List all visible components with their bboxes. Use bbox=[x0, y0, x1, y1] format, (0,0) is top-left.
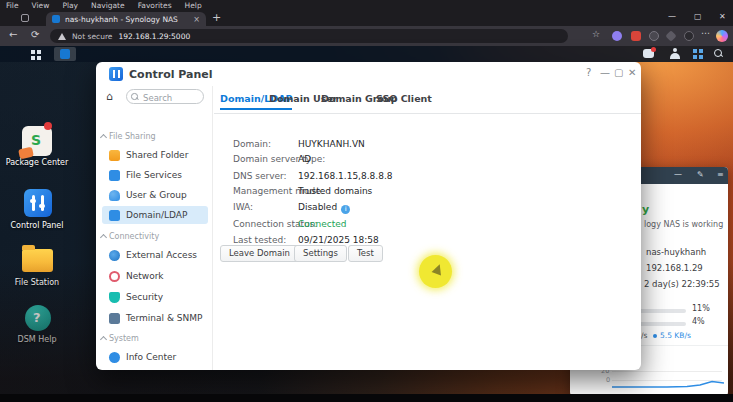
extension-icon[interactable] bbox=[684, 31, 694, 41]
server-type-value: AD bbox=[298, 154, 311, 164]
copilot-icon[interactable] bbox=[716, 30, 728, 42]
domain-ldap-icon bbox=[109, 210, 120, 221]
section-connectivity[interactable]: Connectivity bbox=[109, 232, 159, 241]
cursor-icon bbox=[432, 263, 445, 276]
system-health-hostname: nas-huykhanh bbox=[646, 247, 706, 257]
test-button[interactable]: Test bbox=[348, 245, 383, 262]
main-menu-grid-icon[interactable] bbox=[31, 50, 35, 54]
field-label: DNS server: bbox=[233, 171, 287, 181]
system-health-uptime: 2 day(s) 22:39:55 bbox=[644, 279, 720, 289]
widgets-icon[interactable] bbox=[693, 49, 697, 53]
extension-icon[interactable] bbox=[631, 31, 641, 41]
control-panel-content: Domain/LDAP Domain User Domain Group SSO… bbox=[214, 86, 641, 370]
notifications-icon[interactable] bbox=[643, 49, 654, 58]
tab-close-icon[interactable]: × bbox=[193, 15, 200, 24]
domain-value: HUYKHANH.VN bbox=[298, 139, 365, 149]
maximize-button[interactable]: ▢ bbox=[614, 67, 623, 78]
widget-minimize-icon[interactable]: — bbox=[674, 170, 682, 180]
extension-icon[interactable] bbox=[612, 31, 622, 41]
network-legend-fragment: /s bbox=[641, 331, 647, 340]
refresh-icon[interactable]: ⟳ bbox=[31, 29, 39, 40]
ram-usage-value: 4% bbox=[692, 317, 705, 326]
menu-file[interactable]: File bbox=[6, 0, 19, 11]
info-icon[interactable]: i bbox=[341, 205, 350, 214]
network-icon bbox=[109, 271, 120, 282]
menu-favorites[interactable]: Favorites bbox=[138, 0, 172, 11]
sidebar-item-external-access[interactable]: External Access bbox=[102, 246, 208, 264]
back-icon[interactable]: ← bbox=[9, 29, 17, 40]
browser-menu-icon[interactable]: ⋯ bbox=[701, 28, 710, 38]
close-button[interactable]: ✕ bbox=[628, 67, 636, 78]
control-panel-desktop-icon[interactable] bbox=[24, 189, 52, 217]
sidebar-item-file-services[interactable]: File Services bbox=[102, 166, 208, 184]
search-icon[interactable] bbox=[714, 49, 722, 57]
notification-badge bbox=[651, 47, 656, 52]
package-center-icon[interactable]: S bbox=[22, 126, 52, 156]
control-panel-app-icon bbox=[109, 67, 123, 81]
network-speed-value: 5.5 KB/s bbox=[660, 331, 691, 340]
sidebar-item-security[interactable]: Security bbox=[102, 288, 208, 306]
window-titlebar[interactable]: Control Panel ? — ▢ ✕ bbox=[96, 62, 641, 86]
sidebar-item-user-group[interactable]: User & Group bbox=[102, 186, 208, 204]
window-title: Control Panel bbox=[129, 68, 213, 81]
menu-help[interactable]: Help bbox=[185, 0, 202, 11]
bottom-black-bar bbox=[0, 394, 733, 402]
menu-view[interactable]: View bbox=[32, 0, 50, 11]
desktop-icon-label[interactable]: Package Center bbox=[2, 158, 72, 168]
window-minimize-button[interactable]: — bbox=[668, 12, 676, 21]
menu-navigate[interactable]: Navigate bbox=[91, 0, 125, 11]
extension-icon[interactable] bbox=[649, 31, 659, 41]
chart-axis-min: 0 bbox=[606, 376, 610, 384]
file-station-icon[interactable] bbox=[22, 249, 53, 272]
iwa-value: Disabledi bbox=[298, 202, 350, 214]
search-input[interactable]: Search bbox=[126, 89, 204, 104]
url-text[interactable]: 192.168.1.29:5000 bbox=[118, 32, 190, 41]
tab-title: nas-huykhanh - Synology NAS bbox=[65, 15, 188, 24]
sidebar-item-network[interactable]: Network bbox=[102, 267, 208, 285]
new-tab-button[interactable]: + bbox=[212, 11, 221, 24]
section-system[interactable]: System bbox=[109, 334, 139, 343]
widget-edit-icon[interactable]: ✎ bbox=[697, 170, 704, 180]
search-magnifier-icon bbox=[131, 93, 137, 99]
tab-list-icon[interactable] bbox=[21, 14, 29, 22]
user-account-icon[interactable] bbox=[670, 48, 680, 59]
sidebar-item-terminal-snmp[interactable]: Terminal & SNMP bbox=[102, 309, 208, 327]
section-file-sharing[interactable]: File Sharing bbox=[109, 132, 156, 141]
window-close-button[interactable]: ✕ bbox=[719, 12, 726, 21]
menu-play[interactable]: Play bbox=[62, 0, 78, 11]
terminal-icon bbox=[109, 313, 120, 324]
sidebar-item-login-portal[interactable]: Login Portal bbox=[102, 368, 208, 370]
not-secure-label[interactable]: Not secure bbox=[72, 32, 112, 41]
home-icon[interactable]: ⌂ bbox=[106, 90, 113, 103]
dsm-help-icon[interactable]: ? bbox=[25, 305, 51, 331]
window-maximize-button[interactable]: ▢ bbox=[694, 12, 702, 21]
management-mode-value: Trusted domains bbox=[298, 186, 372, 196]
sidebar-item-info-center[interactable]: Info Center bbox=[102, 348, 208, 366]
desktop-icon-label[interactable]: DSM Help bbox=[2, 335, 72, 345]
browser-tab[interactable]: nas-huykhanh - Synology NAS × bbox=[46, 12, 206, 26]
settings-button[interactable]: Settings bbox=[294, 245, 347, 262]
favorites-star-icon[interactable]: ☆ bbox=[592, 29, 600, 39]
sidebar-item-domain-ldap[interactable]: Domain/LDAP bbox=[102, 206, 208, 224]
external-access-icon bbox=[109, 250, 120, 261]
tab-sso-client[interactable]: SSO Client bbox=[376, 93, 432, 104]
widget-menu-icon[interactable]: ≡ bbox=[717, 170, 724, 180]
desktop-icon-label[interactable]: File Station bbox=[2, 278, 72, 288]
field-label: IWA: bbox=[233, 202, 253, 212]
dsm-taskbar bbox=[0, 46, 733, 62]
security-shield-icon bbox=[109, 292, 120, 303]
field-label: Last tested: bbox=[233, 235, 286, 245]
field-label: Domain server type: bbox=[233, 154, 325, 164]
address-bar[interactable]: Not secure 192.168.1.29:5000 bbox=[50, 29, 568, 43]
browser-tab-row: nas-huykhanh - Synology NAS × + — ▢ ✕ bbox=[0, 11, 733, 26]
system-health-ip: 192.168.1.29 bbox=[646, 263, 703, 273]
extensions-puzzle-icon[interactable] bbox=[665, 30, 676, 41]
package-center-badge bbox=[44, 122, 52, 130]
minimize-button[interactable]: — bbox=[600, 67, 610, 78]
taskbar-control-panel-task[interactable] bbox=[54, 47, 76, 61]
help-button[interactable]: ? bbox=[586, 67, 591, 78]
sidebar-item-shared-folder[interactable]: Shared Folder bbox=[102, 146, 208, 164]
search-placeholder: Search bbox=[143, 93, 172, 103]
leave-domain-button[interactable]: Leave Domain bbox=[220, 245, 299, 262]
desktop-icon-label[interactable]: Control Panel bbox=[2, 221, 72, 231]
